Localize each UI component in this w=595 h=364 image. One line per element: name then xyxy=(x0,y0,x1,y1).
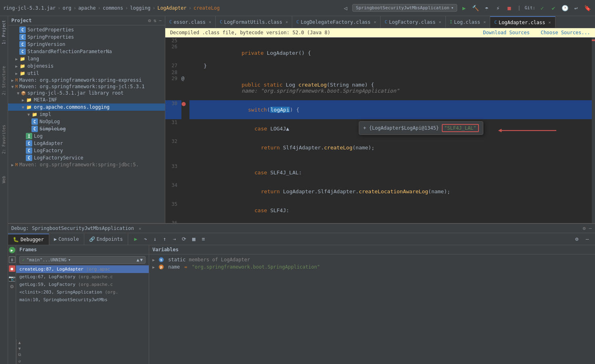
collapse-icon[interactable]: — xyxy=(583,235,592,244)
tree-item-util[interactable]: ▶ 📁 util xyxy=(8,70,165,77)
frames-panel: Frames ✓ "main"...UNNING ▾ ▲ ▼ xyxy=(16,245,149,364)
run-config-selector[interactable]: SpringbootSecurityJwtMbsApplication ▾ xyxy=(352,4,457,12)
step-out-button[interactable]: ↑ xyxy=(160,235,169,244)
bookmark-icon[interactable]: 🔖 xyxy=(583,4,592,12)
profile-icon[interactable]: ⚡ xyxy=(493,4,502,12)
camera-icon[interactable]: 📷 xyxy=(8,275,15,281)
tree-item-maven-express[interactable]: ▶ M Maven: org.springframework:spring-ex… xyxy=(8,77,165,83)
breadcrumb-apache[interactable]: apache xyxy=(78,5,96,11)
close-icon[interactable]: ✕ xyxy=(209,20,211,24)
var-item-static[interactable]: ▶ s static members of LogAdapter xyxy=(149,256,595,263)
project-tab[interactable]: 1: Project xyxy=(1,18,7,47)
tree-item-springprops[interactable]: C SpringProperties xyxy=(8,33,165,41)
close-icon[interactable]: ✕ xyxy=(439,20,441,24)
git-tick-icon[interactable]: ✔ xyxy=(549,4,558,12)
web-tab[interactable]: Web xyxy=(1,174,7,186)
tree-item-log[interactable]: I Log xyxy=(8,132,165,140)
git-check-icon[interactable]: ✓ xyxy=(538,4,547,12)
tab-debugger[interactable]: 🐛 Debugger xyxy=(8,234,49,245)
gear-icon[interactable]: ⚙ xyxy=(10,283,13,290)
tree-item-stdreflect[interactable]: C StandardReflectionParameterNa xyxy=(8,48,165,55)
tree-item-sortedprops[interactable]: C SortedProperties xyxy=(8,26,165,33)
refresh-icon[interactable]: ↺ xyxy=(17,358,23,364)
settings-icon[interactable]: ⚙ xyxy=(572,235,581,244)
run-cursor-button[interactable]: ⇢ xyxy=(170,235,179,244)
tab-log[interactable]: I Log.class ✕ xyxy=(446,16,491,28)
build-icon[interactable]: 🔨 xyxy=(471,4,480,12)
sidebar-arrows-icon[interactable]: ⇅ xyxy=(154,18,156,23)
tree-item-logfactory[interactable]: C LogFactory xyxy=(8,147,165,154)
close-icon[interactable]: ✕ xyxy=(483,20,486,24)
breadcrumb-commons[interactable]: commons xyxy=(103,5,123,11)
tab-accessor[interactable]: C essor.class ✕ xyxy=(165,16,216,28)
copy-icon[interactable]: ⧉ xyxy=(17,352,23,358)
tree-item-logadapter[interactable]: C LogAdapter xyxy=(8,140,165,147)
tree-item-logfactoryservice[interactable]: C LogFactoryService xyxy=(8,154,165,161)
download-sources-link[interactable]: Download Sources xyxy=(483,30,530,35)
thread-down-icon[interactable]: ▼ xyxy=(140,257,143,263)
close-icon[interactable]: ✕ xyxy=(285,20,288,24)
tree-item-simplelog[interactable]: C SimpleLog xyxy=(8,125,165,132)
frames-button[interactable]: ▦ xyxy=(189,235,198,244)
frame-item-3[interactable]: <clinit>:203, SpringApplication (org. xyxy=(16,288,149,296)
tree-item-jar-root[interactable]: ▼ 📦 spring-jcl-5.3.1.jar library root xyxy=(8,90,165,96)
class-tab-icon: C xyxy=(494,20,497,25)
pause-btn[interactable]: ⏸ xyxy=(9,256,15,263)
close-icon[interactable]: ✕ xyxy=(139,226,141,231)
tree-item-maven-jcl[interactable]: ▼ M Maven: org.springframework:spring-jc… xyxy=(8,83,165,90)
tree-item-springver[interactable]: C SpringVersion xyxy=(8,41,165,48)
tree-item-nooplog[interactable]: C NoOpLog xyxy=(8,118,165,125)
breadcrumb-createlog[interactable]: createLog xyxy=(193,5,220,11)
content-area: Project ⚙ ⇅ − C SortedProperties C Sprin… xyxy=(8,16,595,364)
tree-item-lang[interactable]: ▶ 📁 lang xyxy=(8,55,165,62)
breadcrumb-org[interactable]: org xyxy=(62,5,71,11)
favorites-tab[interactable]: 2: Favorites xyxy=(1,122,7,156)
close-icon[interactable]: ✕ xyxy=(549,20,551,25)
stop-btn[interactable]: ■ xyxy=(9,265,15,272)
resume-side-btn[interactable]: ▶ xyxy=(9,247,15,253)
choose-sources-link[interactable]: Choose Sources... xyxy=(541,30,590,35)
tree-item-impl[interactable]: ▼ 📁 impl xyxy=(8,111,165,118)
breadcrumb-jar[interactable]: ring-jcl-5.3.1.jar xyxy=(3,5,56,11)
breadcrumb-logadapter[interactable]: LogAdapter xyxy=(157,5,186,11)
arrow-icon: ▼ xyxy=(15,91,21,95)
close-icon[interactable]: ✕ xyxy=(374,20,376,24)
run-button[interactable]: ▶ xyxy=(460,4,468,12)
breadcrumb-logging[interactable]: logging xyxy=(130,5,151,11)
thread-selector[interactable]: ✓ "main"...UNNING ▾ ▲ ▼ xyxy=(19,256,146,264)
step-over-button[interactable]: ↷ xyxy=(141,235,150,244)
frame-item-0[interactable]: createLog:87, LogAdapter (org.apac xyxy=(16,265,149,273)
scroll-up-icon[interactable]: ▲ xyxy=(17,339,23,345)
thread-up-icon[interactable]: ▲ xyxy=(137,257,139,263)
git-revert-icon[interactable]: ↩ xyxy=(572,4,580,12)
tree-item-objenesis[interactable]: ▶ 📁 objenesis xyxy=(8,62,165,70)
sidebar-settings-icon[interactable]: ⚙ xyxy=(148,18,151,23)
frame-item-1[interactable]: getLog:67, LogFactory (org.apache.c xyxy=(16,273,149,281)
tree-item-logging[interactable]: ▼ 📁 org.apache.commons.logging xyxy=(8,103,165,111)
var-item-name[interactable]: ▶ p name = "org.springframework.boot.Spr… xyxy=(149,263,595,271)
stop-button[interactable]: ■ xyxy=(505,4,514,12)
tab-logformatutils[interactable]: C LogFormatUtils.class ✕ xyxy=(216,16,292,28)
resume-button[interactable]: ▶ xyxy=(131,235,140,244)
tab-label: LogFormatUtils.class xyxy=(224,19,283,25)
tab-logadapter[interactable]: C LogAdapter.class ✕ xyxy=(490,16,555,28)
step-into-button[interactable]: ↓ xyxy=(151,235,160,244)
hide-icon[interactable]: — xyxy=(589,225,592,231)
tab-console[interactable]: ▶ Console xyxy=(49,234,84,245)
frame-item-4[interactable]: main:10, SpringbootSecurityJwtMbs xyxy=(16,296,149,304)
tab-logdelegatefactory[interactable]: C LogDelegateFactory.class ✕ xyxy=(292,16,381,28)
evaluate-button[interactable]: ⟳ xyxy=(180,235,189,244)
sidebar-minus-icon[interactable]: − xyxy=(159,18,162,23)
structure-tab[interactable]: 2: Structure xyxy=(1,64,7,97)
tree-item-maven-jdbc[interactable]: ▶ M Maven: org.springframework:spring-jd… xyxy=(8,161,165,168)
git-history-icon[interactable]: 🕐 xyxy=(560,4,569,12)
tab-logfactory[interactable]: C LogFactory.class ✕ xyxy=(381,16,445,28)
tree-item-metainf[interactable]: ▶ 📁 META-INF xyxy=(8,96,165,103)
threads-button[interactable]: ≡ xyxy=(199,235,208,244)
back-icon[interactable]: ◁ xyxy=(341,4,350,12)
frame-item-2[interactable]: getLog:59, LogFactory (org.apache.c xyxy=(16,281,149,288)
tab-endpoints[interactable]: 🔗 Endpoints xyxy=(84,234,128,245)
coverage-icon[interactable]: ☂ xyxy=(482,4,491,12)
scroll-down-icon[interactable]: ▼ xyxy=(17,345,23,352)
settings-icon[interactable]: ⚙ xyxy=(583,225,586,231)
